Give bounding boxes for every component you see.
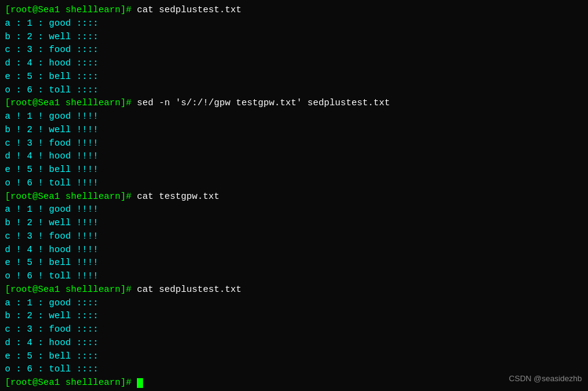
terminal-line: e ! 5 ! bell !!!! (5, 163, 583, 177)
output-text: c ! 3 ! food !!!! (5, 231, 98, 242)
output-text: a ! 1 ! good !!!! (5, 204, 98, 215)
terminal-line: c : 3 : food :::: (5, 43, 583, 57)
terminal-line: b ! 2 ! well !!!! (5, 217, 583, 230)
terminal-line: [root@Sea1 shelllearn]# cat sedplustest.… (5, 4, 583, 17)
output-text: o : 6 : toll :::: (5, 364, 98, 374)
output-text: d ! 4 ! hood !!!! (5, 151, 98, 162)
prompt-text: [root@Sea1 shelllearn]# (5, 5, 137, 15)
terminal-cursor[interactable] (137, 378, 143, 388)
prompt-text: [root@Sea1 shelllearn]# (5, 98, 137, 108)
terminal-line: b : 2 : well :::: (5, 310, 583, 323)
output-text: e ! 5 ! bell !!!! (5, 258, 98, 268)
output-text: o : 6 : toll :::: (5, 85, 98, 95)
terminal-line: o ! 6 ! toll !!!! (5, 177, 583, 190)
watermark: CSDN @seasidezhb (509, 373, 582, 385)
terminal-line: o ! 6 ! toll !!!! (5, 270, 583, 283)
prompt-text: [root@Sea1 shelllearn]# (5, 378, 137, 388)
terminal-line: c ! 3 ! food !!!! (5, 230, 583, 244)
output-text: b ! 2 ! well !!!! (5, 125, 98, 135)
output-text: d : 4 : hood :::: (5, 58, 98, 69)
output-text: c : 3 : food :::: (5, 45, 98, 55)
output-text: a : 1 : good :::: (5, 298, 98, 308)
terminal-line: [root@Sea1 shelllearn]# cat testgpw.txt (5, 190, 583, 204)
terminal-line: b : 2 : well :::: (5, 31, 583, 44)
output-text: c : 3 : food :::: (5, 324, 98, 335)
output-text: b : 2 : well :::: (5, 32, 98, 42)
terminal-line: d ! 4 ! hood !!!! (5, 244, 583, 257)
terminal-line: e : 5 : bell :::: (5, 350, 583, 363)
output-text: d ! 4 ! hood !!!! (5, 245, 98, 255)
output-text: o ! 6 ! toll !!!! (5, 178, 98, 188)
output-text: a ! 1 ! good !!!! (5, 111, 98, 122)
command-text: cat sedplustest.txt (137, 285, 241, 295)
output-text: a : 1 : good :::: (5, 18, 98, 29)
terminal-line: e : 5 : bell :::: (5, 70, 583, 84)
prompt-text: [root@Sea1 shelllearn]# (5, 285, 137, 295)
output-text: c ! 3 ! food !!!! (5, 138, 98, 149)
output-text: e : 5 : bell :::: (5, 72, 98, 82)
terminal-line: d : 4 : hood :::: (5, 337, 583, 350)
output-text: o ! 6 ! toll !!!! (5, 271, 98, 281)
terminal-line: a ! 1 ! good !!!! (5, 110, 583, 124)
prompt-text: [root@Sea1 shelllearn]# (5, 192, 137, 202)
output-text: e : 5 : bell :::: (5, 351, 98, 362)
output-text: d : 4 : hood :::: (5, 338, 98, 348)
output-text: b : 2 : well :::: (5, 311, 98, 321)
command-text: sed -n 's/:/!/gpw testgpw.txt' sedpluste… (137, 98, 390, 108)
terminal-line: c : 3 : food :::: (5, 323, 583, 337)
terminal-line: d : 4 : hood :::: (5, 57, 583, 70)
terminal-line: [root@Sea1 shelllearn]# (5, 376, 583, 390)
terminal-line: o : 6 : toll :::: (5, 363, 583, 376)
terminal-line: e ! 5 ! bell !!!! (5, 256, 583, 270)
command-text: cat sedplustest.txt (137, 5, 241, 15)
terminal-line: o : 6 : toll :::: (5, 84, 583, 97)
terminal-line: a : 1 : good :::: (5, 17, 583, 31)
terminal: [root@Sea1 shelllearn]# cat sedplustest.… (0, 0, 588, 391)
terminal-line: [root@Sea1 shelllearn]# cat sedplustest.… (5, 283, 583, 297)
terminal-line: a ! 1 ! good !!!! (5, 203, 583, 217)
command-text: cat testgpw.txt (137, 192, 219, 202)
terminal-line: a : 1 : good :::: (5, 297, 583, 310)
terminal-line: c ! 3 ! food !!!! (5, 137, 583, 151)
terminal-line: b ! 2 ! well !!!! (5, 124, 583, 137)
output-text: e ! 5 ! bell !!!! (5, 165, 98, 175)
output-text: b ! 2 ! well !!!! (5, 218, 98, 228)
terminal-line: d ! 4 ! hood !!!! (5, 150, 583, 163)
terminal-line: [root@Sea1 shelllearn]# sed -n 's/:/!/gp… (5, 97, 583, 110)
